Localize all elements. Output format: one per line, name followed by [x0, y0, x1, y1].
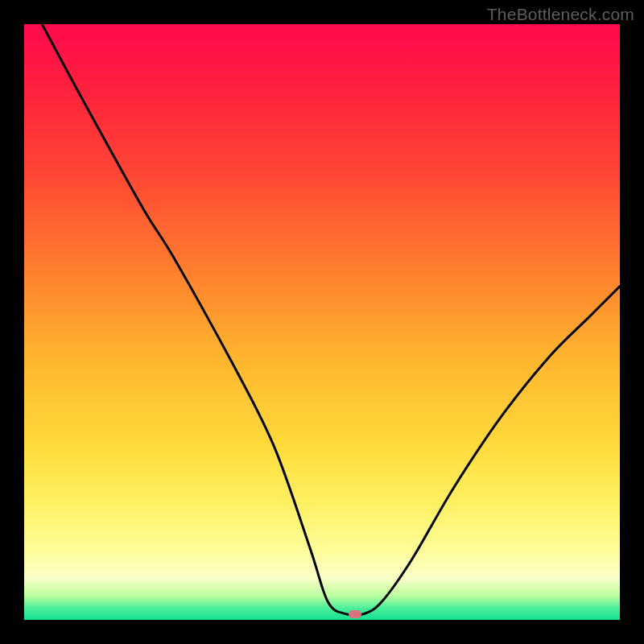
chart-frame: TheBottleneck.com — [0, 0, 644, 644]
plot-area — [24, 24, 620, 620]
bottleneck-curve — [24, 24, 620, 620]
optimal-point-marker — [349, 610, 361, 618]
attribution-label: TheBottleneck.com — [487, 5, 634, 24]
